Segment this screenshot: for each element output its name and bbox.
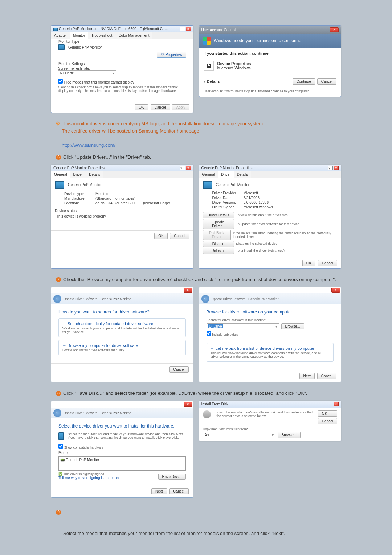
manufacturer-label: Manufacturer: (64, 197, 93, 200)
copy-path-input[interactable]: A:\ ▾ (203, 432, 275, 438)
location-label: Location: (64, 201, 93, 205)
uac-program-name: Device Properties (217, 61, 251, 66)
back-icon[interactable]: ← (53, 409, 61, 417)
help-icon[interactable]: ? (180, 166, 185, 170)
tab-adapter[interactable]: Adapter (51, 32, 70, 39)
note-certifying: ※ This monitor driver is under certifyin… (56, 120, 341, 149)
next-button[interactable]: Next (299, 373, 315, 379)
option-auto-search-desc: Windows will search your computer and th… (62, 327, 182, 334)
tab-driver[interactable]: Driver (218, 171, 234, 178)
tab-driver[interactable]: Driver (70, 171, 86, 178)
hide-modes-label: Hide modes that this monitor cannot disp… (64, 80, 134, 84)
option-auto-search[interactable]: → Search automatically for updated drive… (58, 318, 186, 337)
close-icon[interactable]: × (184, 288, 192, 293)
option-browse-computer[interactable]: → Browse my computer for driver software… (58, 340, 186, 355)
tab-details[interactable]: Details (86, 171, 103, 178)
update-driver-button[interactable]: Update Driver... (203, 219, 234, 229)
have-disk-button[interactable]: Have Disk... (158, 474, 186, 480)
cancel-button[interactable]: Cancel (169, 366, 188, 373)
continue-button[interactable]: Continue (293, 78, 315, 85)
monitor-properties-driver: Generic PnP Monitor Properties ?× Genera… (199, 165, 342, 269)
rollback-driver-button[interactable]: Roll Back Driver (203, 230, 231, 240)
monitor-icon (58, 432, 64, 440)
monitor-icon (55, 181, 64, 189)
next-button[interactable]: Next (151, 488, 167, 494)
tab-troubleshoot[interactable]: Troubleshoot (88, 32, 115, 39)
close-icon[interactable]: × (186, 166, 191, 170)
samsung-link[interactable]: http://www.samsung.com/ (62, 142, 115, 148)
show-compatible-checkbox[interactable] (58, 444, 63, 449)
driver-date-label: Driver Date: (212, 196, 241, 200)
monitor-settings-label: Monitor Settings (57, 62, 86, 66)
step-7: 7Check the "Browse my computer for drive… (56, 276, 341, 283)
device-type-label: Device type: (64, 192, 93, 196)
minimize-icon[interactable] (180, 27, 185, 31)
tab-color-management[interactable]: Color Management (115, 32, 152, 39)
model-list[interactable]: 📟 Generic PnP Monitor (58, 456, 186, 471)
device-status-text: This device is working properly. (55, 213, 189, 227)
shield-icon (203, 37, 211, 45)
back-icon[interactable]: ← (53, 295, 61, 303)
close-icon[interactable]: × (330, 27, 339, 32)
list-item[interactable]: 📟 Generic PnP Monitor (60, 458, 99, 462)
hide-modes-checkbox[interactable] (58, 79, 63, 84)
disable-button[interactable]: Disable (203, 241, 234, 247)
tab-monitor[interactable]: Monitor (70, 32, 88, 39)
driver-details-button[interactable]: Driver Details (203, 212, 234, 218)
cancel-button[interactable]: Cancel (318, 418, 337, 424)
refresh-rate-select[interactable]: 60 Hertz ▾ (58, 70, 116, 76)
include-subfolders-checkbox[interactable] (207, 331, 211, 336)
driver-version-value: 6.0.6000.16386 (244, 200, 269, 204)
device-name: Generic PnP Monitor (68, 183, 102, 187)
dialog-title: Generic PnP Monitor Properties (53, 166, 105, 170)
option-browse-desc: Locate and install driver software manua… (62, 348, 182, 352)
back-icon[interactable]: ← (201, 295, 209, 303)
wizard-title: Browse for driver software on your compu… (207, 309, 334, 315)
asterisk-icon: ※ (56, 121, 60, 126)
close-icon[interactable]: × (334, 166, 339, 170)
wizard-description: Select the manufacturer and model of you… (68, 432, 185, 440)
cancel-button[interactable]: Cancel (151, 104, 170, 110)
ok-button[interactable]: OK (135, 104, 148, 110)
uac-footer-text: User Account Control helps stop unauthor… (204, 89, 337, 93)
cancel-button[interactable]: Cancel (317, 78, 336, 85)
ok-button[interactable]: OK (154, 233, 167, 239)
close-icon[interactable]: × (186, 27, 191, 31)
dialog-title: Generic PnP Monitor and NVIDIA GeForce 6… (59, 27, 168, 31)
cancel-button[interactable]: Cancel (317, 373, 336, 379)
ok-button[interactable]: OK (302, 260, 315, 266)
browse-button[interactable]: Browse... (281, 323, 305, 329)
device-name: Generic PnP Monitor (216, 183, 250, 187)
cancel-button[interactable]: Cancel (169, 488, 188, 494)
uninstall-button[interactable]: Uninstall (203, 248, 234, 254)
wizard-browse-location: × ←Update Driver Software - Generic PnP … (199, 287, 342, 382)
driver-version-label: Driver Version: (212, 200, 241, 204)
cancel-button[interactable]: Cancel (170, 233, 189, 239)
wizard-title: Select the device driver you want to ins… (58, 424, 186, 429)
chevron-down-icon[interactable]: ▾ (204, 79, 206, 84)
monitor-icon (58, 44, 65, 50)
properties-button[interactable]: 🛡 Properties (157, 52, 186, 58)
install-disk-description: Insert the manufacturer's installation d… (217, 410, 314, 418)
apply-button[interactable]: Apply (172, 104, 189, 110)
ok-button[interactable]: OK (318, 410, 337, 417)
close-icon[interactable]: × (184, 402, 192, 407)
tab-general[interactable]: General (199, 171, 219, 178)
refresh-rate-label: Screen refresh rate: (58, 66, 186, 70)
help-icon[interactable]: ? (328, 166, 333, 170)
cancel-button[interactable]: Cancel (318, 260, 337, 266)
wizard-title: How do you want to search for driver sof… (58, 309, 186, 315)
close-icon[interactable]: × (334, 402, 339, 406)
tab-general[interactable]: General (51, 171, 70, 178)
show-compatible-label: Show compatible hardware (64, 446, 104, 449)
path-input[interactable]: D:\Drive ▾ (207, 323, 279, 329)
tab-details[interactable]: Details (234, 171, 252, 178)
uac-details-toggle[interactable]: Details (207, 79, 220, 84)
option-let-me-pick[interactable]: → Let me pick from a list of device driv… (207, 343, 334, 362)
search-location-label: Search for driver software in this locat… (207, 318, 334, 322)
close-icon[interactable]: × (331, 288, 340, 293)
tabs: Adapter Monitor Troubleshoot Color Manag… (51, 32, 193, 39)
tell-me-why-link[interactable]: Tell me why driver signing is important (58, 476, 120, 480)
driver-provider-value: Microsoft (244, 191, 258, 195)
browse-button[interactable]: Browse... (278, 432, 301, 438)
